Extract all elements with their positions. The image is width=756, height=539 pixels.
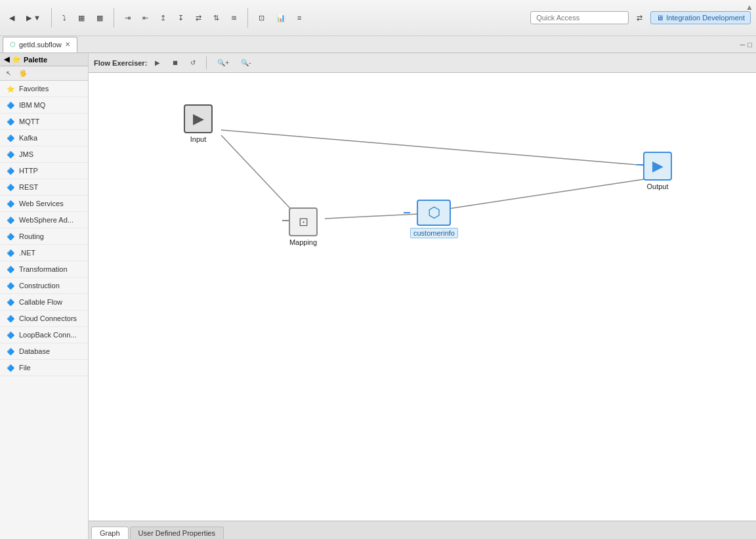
customerinfo-node-box[interactable]: ⬡	[417, 200, 451, 226]
palette-item-file[interactable]: 🔷 File	[0, 360, 88, 376]
palette-item-transformation[interactable]: 🔷 Transformation	[0, 261, 88, 278]
flow-canvas[interactable]: ▶ Input ⊡ Mapping ⬡ customerinf	[89, 73, 756, 521]
customerinfo-node[interactable]: ⬡ customerinfo	[410, 200, 458, 238]
palette-star-icon: ⭐	[12, 55, 21, 64]
palette-item-label: MQTT	[19, 118, 39, 125]
palette-item-http[interactable]: 🔷 HTTP	[0, 163, 88, 179]
back-button[interactable]: ◀	[5, 11, 18, 25]
ibmmq-icon: 🔷	[5, 100, 16, 110]
palette-item-label: JMS	[19, 150, 33, 158]
graph-tab[interactable]: Graph	[91, 527, 129, 539]
fe-zoom-out-button[interactable]: 🔍-	[237, 57, 255, 68]
toolbar-sep-1	[51, 8, 52, 28]
perspective-button[interactable]: 🖥 Integration Development	[650, 11, 751, 24]
fe-reset-button[interactable]: ↺	[186, 57, 200, 68]
database-icon: 🔷	[5, 346, 16, 356]
mqtt-icon: 🔷	[5, 116, 16, 127]
toolbar-btn-2[interactable]: ▦	[74, 11, 89, 25]
canvas-scroll-up-button[interactable]: ▲	[746, 3, 753, 12]
palette-item-label: Transformation	[19, 265, 68, 273]
palette-title: Palette	[24, 56, 47, 64]
palette-item-label: Construction	[19, 282, 60, 290]
palette-item-label: Cloud Connectors	[19, 314, 77, 322]
output-node[interactable]: ▶ Output	[643, 152, 672, 190]
maximize-editor-button[interactable]: □	[747, 41, 752, 49]
jms-icon: 🔷	[5, 149, 16, 160]
palette-tool-2[interactable]: 🖐	[16, 68, 30, 79]
file-icon: 🔷	[5, 362, 16, 373]
input-node[interactable]: ▶ Input	[184, 104, 213, 143]
toolbar-sep-3	[247, 8, 248, 28]
palette-item-label: Routing	[19, 232, 44, 240]
toolbar-perspective-switcher[interactable]: ⇄	[633, 11, 646, 25]
minimize-editor-button[interactable]: ─	[740, 41, 746, 49]
perspective-label: Integration Development	[666, 14, 745, 22]
palette-item-label: Web Services	[19, 200, 64, 207]
mapping-node-box[interactable]: ⊡	[289, 207, 318, 236]
fe-stop-button[interactable]: ⏹	[168, 57, 182, 68]
toolbar-sep-2	[114, 8, 114, 28]
rest-icon: 🔷	[5, 182, 16, 192]
palette-header[interactable]: ◀ ⭐ Palette	[0, 53, 88, 66]
palette-item-webservices[interactable]: 🔷 Web Services	[0, 196, 88, 212]
fe-separator	[206, 56, 207, 70]
palette-item-label: Favorites	[19, 85, 49, 93]
perspective-icon: 🖥	[656, 14, 663, 22]
palette-item-ibmmq[interactable]: 🔷 IBM MQ	[0, 97, 88, 114]
palette-item-database[interactable]: 🔷 Database	[0, 343, 88, 360]
palette-item-loopback[interactable]: 🔷 LoopBack Conn...	[0, 327, 88, 343]
main-toolbar: ◀ ▶ ▼ ⤵ ▦ ▩ ⇥ ⇤ ↥ ↧ ⇄ ⇅ ≋ ⊡ 📊 ≡ ⇄ 🖥 Inte…	[0, 0, 756, 36]
toolbar-btn-9[interactable]: ⇅	[209, 11, 223, 25]
toolbar-btn-1[interactable]: ⤵	[58, 11, 70, 24]
toolbar-btn-3[interactable]: ▩	[93, 11, 107, 25]
palette-item-rest[interactable]: 🔷 REST	[0, 179, 88, 196]
forward-button[interactable]: ▶ ▼	[22, 11, 45, 25]
callableflow-icon: 🔷	[5, 297, 16, 307]
palette-item-jms[interactable]: 🔷 JMS	[0, 146, 88, 163]
output-node-box[interactable]: ▶	[643, 152, 672, 181]
palette-tool-1[interactable]: ↖	[3, 68, 14, 79]
toolbar-btn-11[interactable]: ⊡	[255, 11, 268, 25]
editor-tab-subflow[interactable]: ⬡ getId.subflow ✕	[3, 37, 77, 53]
palette-item-cloudconnectors[interactable]: 🔷 Cloud Connectors	[0, 311, 88, 327]
palette-item-mqtt[interactable]: 🔷 MQTT	[0, 114, 88, 130]
palette-item-callableflow[interactable]: 🔷 Callable Flow	[0, 294, 88, 311]
toolbar-btn-7[interactable]: ↧	[174, 11, 188, 25]
palette-item-label: HTTP	[19, 167, 38, 175]
loopback-icon: 🔷	[5, 330, 16, 340]
palette-item-websphere[interactable]: 🔷 WebSphere Ad...	[0, 212, 88, 228]
quick-access-input[interactable]	[530, 11, 629, 24]
palette-item-construction[interactable]: 🔷 Construction	[0, 278, 88, 294]
svg-line-2	[325, 214, 418, 219]
toolbar-btn-10[interactable]: ≋	[227, 11, 241, 25]
palette-item-label: WebSphere Ad...	[19, 216, 74, 224]
mapping-node[interactable]: ⊡ Mapping	[289, 207, 318, 246]
palette-item-routing[interactable]: 🔷 Routing	[0, 228, 88, 245]
fe-zoom-in-button[interactable]: 🔍+	[213, 57, 233, 68]
palette-item-label: LoopBack Conn...	[19, 331, 76, 339]
palette-panel: ◀ ⭐ Palette ↖ 🖐 ⭐ Favorites 🔷 IBM MQ 🔷 M…	[0, 53, 89, 539]
palette-item-label: File	[19, 364, 31, 372]
palette-item-kafka[interactable]: 🔷 Kafka	[0, 130, 88, 146]
http-icon: 🔷	[5, 165, 16, 176]
editor-tab-close[interactable]: ✕	[65, 41, 70, 48]
toolbar-btn-5[interactable]: ⇤	[138, 11, 152, 25]
websphere-icon: 🔷	[5, 215, 16, 225]
favorites-icon: ⭐	[5, 83, 16, 94]
svg-line-3	[448, 178, 653, 209]
toolbar-btn-12[interactable]: 📊	[272, 11, 289, 25]
palette-item-label: Kafka	[19, 134, 37, 142]
dotnet-icon: 🔷	[5, 248, 16, 258]
toolbar-btn-13[interactable]: ≡	[293, 11, 305, 24]
toolbar-btn-4[interactable]: ⇥	[121, 11, 135, 25]
palette-item-favorites[interactable]: ⭐ Favorites	[0, 81, 88, 97]
fe-run-button[interactable]: ▶	[151, 57, 164, 68]
udp-tab[interactable]: User Defined Properties	[130, 527, 224, 539]
palette-item-dotnet[interactable]: 🔷 .NET	[0, 245, 88, 261]
toolbar-btn-6[interactable]: ↥	[156, 11, 170, 25]
input-node-box[interactable]: ▶	[184, 104, 213, 133]
output-node-label: Output	[646, 183, 668, 190]
editor-tab-label: getId.subflow	[19, 41, 62, 49]
toolbar-btn-8[interactable]: ⇄	[192, 11, 205, 25]
palette-toolbar: ↖ 🖐	[0, 66, 88, 81]
